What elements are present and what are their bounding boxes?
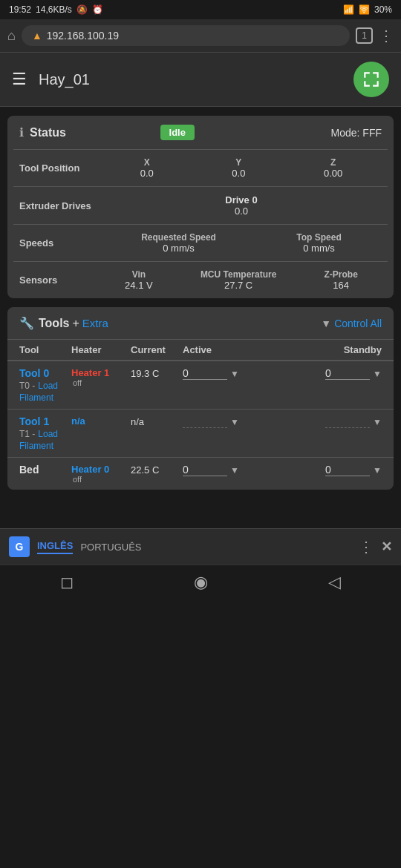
tool1-active-wrap: ▼ — [183, 415, 307, 428]
tool0-standby-wrap: ▼ — [307, 367, 382, 380]
status-bar-left: 19:52 14,6KB/s 🔕 ⏰ — [9, 4, 103, 15]
tool1-row-top: Tool 1 T1 - Load Filament n/a n/a ▼ ▼ — [19, 415, 382, 451]
tool-position-label: Tool Position — [19, 162, 101, 174]
z-axis-label: Z — [324, 157, 342, 168]
status-bar-right: 📶 🛜 30% — [343, 4, 392, 15]
tool0-standby-dropdown-icon[interactable]: ▼ — [373, 369, 382, 379]
address-bar[interactable]: ▲ 192.168.100.19 — [22, 25, 350, 46]
tool0-load-link[interactable]: Load — [38, 381, 58, 391]
tool1-standby-wrap: ▼ — [307, 415, 382, 428]
tool0-heater-name: Heater 1 — [71, 367, 131, 378]
top-speed-label: Top Speed — [296, 232, 341, 243]
tool1-filament-link[interactable]: Filament — [19, 441, 53, 451]
tool1-standby-input[interactable] — [325, 415, 370, 428]
requested-speed-value: 0 mm/s — [141, 243, 216, 254]
status-header: ℹ Status Idle Mode: FFF — [7, 116, 394, 149]
bed-heater-state: off — [71, 475, 131, 484]
coord-y: Y 0.0 — [232, 157, 245, 179]
bed-standby-input[interactable] — [325, 464, 370, 476]
back-nav-icon[interactable]: ◁ — [328, 573, 341, 592]
tool0-sub-prefix: T0 - — [19, 381, 35, 391]
z-value: 0.00 — [324, 168, 342, 179]
top-speed: Top Speed 0 mm/s — [296, 232, 341, 254]
square-nav-icon[interactable]: ◻ — [60, 573, 74, 592]
sensors-label: Sensors — [19, 274, 101, 286]
mode-text: Mode: FFF — [331, 127, 382, 139]
extruder-data: Drive 0 0.0 — [101, 194, 382, 217]
probe-sensor: Z-Probe 164 — [325, 269, 358, 291]
speeds-data: Requested Speed 0 mm/s Top Speed 0 mm/s — [101, 232, 382, 254]
translation-bar: G INGLÊS PORTUGUÊS ⋮ ✕ — [0, 528, 401, 565]
tool1-sub-prefix: T1 - — [19, 429, 35, 439]
speeds-label: Speeds — [19, 237, 101, 249]
vin-value: 24.1 V — [125, 280, 153, 291]
tool1-load-link[interactable]: Load — [38, 429, 58, 439]
x-value: 0.0 — [140, 168, 154, 179]
drive-value: 0.0 — [101, 206, 382, 217]
browser-bar: ⌂ ▲ 192.168.100.19 1 ⋮ — [0, 19, 401, 53]
bed-standby-dropdown-icon[interactable]: ▼ — [373, 465, 382, 476]
bed-active-dropdown-icon[interactable]: ▼ — [230, 465, 239, 476]
top-speed-value: 0 mm/s — [296, 243, 341, 254]
browser-menu-icon[interactable]: ⋮ — [379, 27, 394, 45]
home-nav-icon[interactable]: ◉ — [194, 573, 208, 592]
y-axis-label: Y — [232, 157, 245, 168]
sensors-row: Sensors Vin 24.1 V MCU Temperature 27.7 … — [7, 262, 394, 298]
y-value: 0.0 — [232, 168, 245, 179]
translation-menu-icon[interactable]: ⋮ — [359, 538, 374, 556]
fab-button[interactable] — [353, 62, 389, 97]
sensors-data: Vin 24.1 V MCU Temperature 27.7 C Z-Prob… — [101, 269, 382, 291]
warning-icon: ▲ — [32, 30, 42, 42]
probe-value: 164 — [325, 280, 358, 291]
tool0-active-dropdown-icon[interactable]: ▼ — [230, 369, 239, 379]
extra-link[interactable]: Extra — [82, 317, 108, 329]
bed-active-input[interactable] — [183, 464, 227, 476]
status-bar: 19:52 14,6KB/s 🔕 ⏰ 📶 🛜 30% — [0, 0, 401, 19]
control-all-link[interactable]: Control All — [334, 318, 382, 329]
tool1-row: Tool 1 T1 - Load Filament n/a n/a ▼ ▼ — [7, 409, 394, 457]
col-heater-header: Heater — [71, 344, 131, 355]
tool1-active-input[interactable] — [183, 415, 227, 428]
tab-count[interactable]: 1 — [356, 27, 373, 44]
time-display: 19:52 — [9, 4, 31, 15]
tool1-standby-dropdown-icon[interactable]: ▼ — [373, 417, 382, 427]
tool0-active-wrap: ▼ — [183, 367, 307, 380]
tool-position-row: Tool Position X 0.0 Y 0.0 Z 0.00 — [7, 150, 394, 186]
coordinates: X 0.0 Y 0.0 Z 0.00 — [101, 157, 382, 179]
bed-row-inner: Bed Heater 0 off 22.5 C ▼ ▼ — [19, 464, 382, 484]
bed-row: Bed Heater 0 off 22.5 C ▼ ▼ — [7, 457, 394, 490]
url-display: 192.168.100.19 — [47, 30, 119, 42]
info-icon: ℹ — [19, 125, 24, 139]
tools-header: 🔧 Tools + Extra ▼ Control All — [7, 307, 394, 339]
alarm-icon: 🔕 — [76, 4, 88, 15]
tool1-active-dropdown-icon[interactable]: ▼ — [230, 417, 239, 427]
probe-label: Z-Probe — [325, 269, 358, 280]
mcu-value: 27.7 C — [200, 280, 276, 291]
home-icon[interactable]: ⌂ — [7, 28, 16, 44]
dropdown-arrow-icon[interactable]: ▼ — [321, 318, 331, 329]
bed-active-wrap: ▼ — [183, 464, 307, 476]
tool0-name[interactable]: Tool 0 — [19, 367, 71, 379]
signal-icon: 📶 — [343, 4, 354, 15]
requested-speed-label: Requested Speed — [141, 232, 216, 243]
tool0-filament-link[interactable]: Filament — [19, 392, 53, 403]
active-language[interactable]: INGLÊS — [37, 540, 73, 554]
tools-card: 🔧 Tools + Extra ▼ Control All Tool Heate… — [7, 307, 394, 490]
bottom-nav: ◻ ◉ ◁ — [0, 565, 401, 599]
translation-close-icon[interactable]: ✕ — [381, 539, 392, 555]
col-current-header: Current — [131, 344, 183, 355]
tools-title: Tools — [39, 317, 69, 330]
tool1-name[interactable]: Tool 1 — [19, 415, 71, 427]
hamburger-menu-icon[interactable]: ☰ — [12, 70, 27, 89]
x-axis-label: X — [140, 157, 154, 168]
bed-heater-name: Heater 0 — [71, 464, 131, 475]
tools-table-header: Tool Heater Current Active Standby — [7, 339, 394, 361]
tool0-standby-input[interactable] — [325, 367, 370, 380]
expand-icon — [362, 70, 381, 89]
battery-level: 30% — [374, 4, 392, 15]
col-tool-header: Tool — [19, 344, 71, 355]
vin-label: Vin — [125, 269, 153, 280]
tool0-active-input[interactable] — [183, 367, 227, 380]
wifi-icon: 🛜 — [359, 4, 370, 15]
inactive-language[interactable]: PORTUGUÊS — [80, 542, 141, 553]
